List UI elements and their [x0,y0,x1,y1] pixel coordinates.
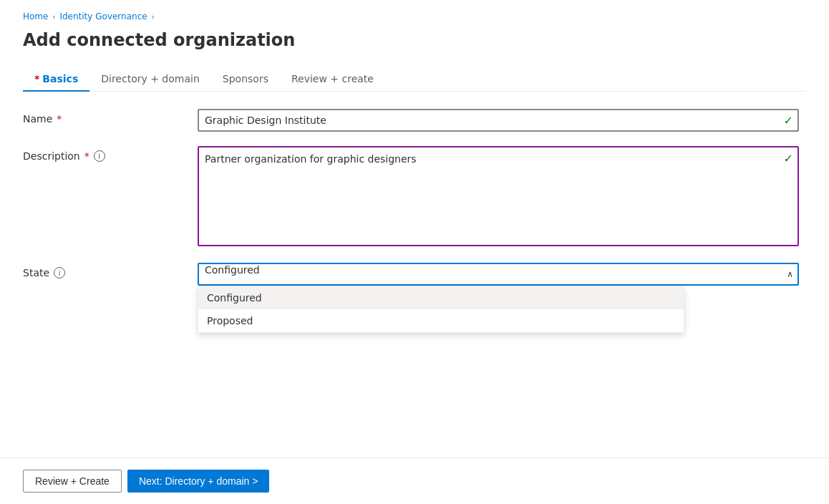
name-row: Name * ✓ [23,109,806,132]
name-input-wrapper: ✓ [198,109,799,132]
state-info-icon[interactable]: i [54,267,65,278]
breadcrumb-identity-governance[interactable]: Identity Governance [59,11,147,21]
state-field: Configured ∧ Configured Proposed [198,263,799,286]
tab-review-create[interactable]: Review + create [280,67,385,92]
name-required-star: * [57,113,62,125]
description-required-star: * [84,150,89,162]
footer: Review + Create Next: Directory + domain… [0,457,829,504]
name-label: Name * [23,109,180,125]
description-field: ✓ [198,146,799,248]
state-row: State i Configured ∧ Configured Proposed [23,263,806,286]
next-button[interactable]: Next: Directory + domain > [127,470,270,493]
breadcrumb-sep-2: › [152,13,155,21]
breadcrumb: Home › Identity Governance › [23,11,806,21]
description-info-icon[interactable]: i [94,150,105,162]
page-title: Add connected organization [23,30,806,50]
review-create-button[interactable]: Review + Create [23,470,122,493]
breadcrumb-sep-1: › [52,13,55,21]
state-option-proposed[interactable]: Proposed [198,309,684,332]
tab-basics[interactable]: *Basics [23,67,89,92]
state-select[interactable]: Configured [198,263,799,286]
state-option-configured[interactable]: Configured [198,286,684,309]
description-label: Description * i [23,146,180,162]
name-input[interactable] [198,109,799,132]
tab-sponsors[interactable]: Sponsors [211,67,280,92]
description-textarea-wrapper: ✓ [198,146,799,248]
description-row: Description * i ✓ [23,146,806,248]
tab-basics-star: * [34,73,39,84]
name-field: ✓ [198,109,799,132]
description-check-icon: ✓ [784,152,793,165]
description-textarea[interactable] [198,146,799,246]
tab-bar: *Basics Directory + domain Sponsors Revi… [23,67,806,92]
breadcrumb-home[interactable]: Home [23,11,48,21]
tab-directory-domain[interactable]: Directory + domain [89,67,211,92]
state-dropdown-menu: Configured Proposed [198,286,684,333]
name-check-icon: ✓ [784,114,793,127]
state-select-wrapper: Configured ∧ Configured Proposed [198,263,799,286]
state-label: State i [23,263,180,278]
